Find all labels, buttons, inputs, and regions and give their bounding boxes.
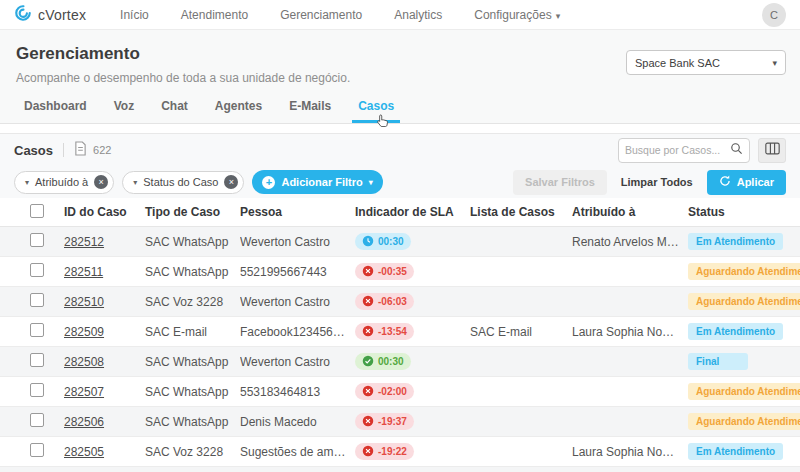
col-header-list: Lista de Casos — [470, 205, 572, 219]
filter-bar: ▾ Atribuído à × ▾ Status do Caso × + Adi… — [0, 166, 800, 198]
table-row[interactable]: 282508 SAC WhatsApp Weverton Castro — [0, 347, 800, 377]
cases-toolbar: Casos 622 — [0, 133, 800, 198]
remove-filter-icon[interactable]: × — [94, 175, 108, 189]
error-icon — [362, 445, 374, 459]
table-row[interactable]: 282506 SAC WhatsApp Denis Macedo — [0, 407, 800, 437]
row-checkbox[interactable] — [30, 263, 44, 277]
clock-icon — [362, 235, 374, 249]
user-avatar[interactable]: C — [762, 3, 786, 27]
case-type: SAC WhatsApp — [145, 355, 240, 369]
case-id-link[interactable]: 282508 — [64, 355, 104, 369]
table-row[interactable]: 282509 SAC E-mail Facebook1234567... — [0, 317, 800, 347]
menu-item[interactable]: Analytics — [394, 8, 446, 22]
sla-value: 00:30 — [378, 356, 404, 367]
status-badge: Aguardando Atendimento - Space — [688, 293, 800, 310]
filter-chip[interactable]: ▾ Status do Caso × — [122, 171, 244, 194]
add-filter-button[interactable]: + Adicionar Filtro ▾ — [252, 170, 382, 194]
case-person: Sugestões de amiz... — [240, 445, 355, 459]
brand-logo[interactable]: cVortex — [14, 4, 86, 26]
case-id-link[interactable]: 282511 — [64, 265, 103, 279]
table-row[interactable] — [0, 467, 800, 472]
tab[interactable]: Dashboard — [18, 93, 93, 123]
sla-badge: -19:22 — [355, 443, 414, 460]
search-icon[interactable] — [730, 141, 743, 159]
table-row[interactable]: 282505 SAC Voz 3228 Sugestões de amiz... — [0, 437, 800, 467]
case-assigned: Renato Arvelos Mir... — [572, 235, 688, 249]
menu-item[interactable]: Início — [120, 8, 153, 22]
tab[interactable]: Agentes — [209, 93, 268, 123]
case-id-link[interactable]: 282506 — [64, 415, 104, 429]
sla-badge: -13:54 — [355, 323, 414, 340]
col-header-id: ID do Caso — [64, 205, 145, 219]
save-filters-button[interactable]: Salvar Filtros — [513, 170, 607, 195]
clear-all-button[interactable]: Limpar Todos — [621, 176, 693, 188]
menu-item[interactable]: Atendimento — [181, 8, 252, 22]
sla-value: -13:54 — [378, 326, 407, 337]
case-person: Weverton Castro — [240, 295, 355, 309]
error-icon — [362, 265, 374, 279]
search-input[interactable] — [625, 144, 730, 156]
tab[interactable]: E-Mails — [283, 93, 337, 123]
sla-badge: -00:35 — [355, 263, 414, 280]
table-row[interactable]: 282507 SAC WhatsApp 553183464813 — [0, 377, 800, 407]
case-type: SAC WhatsApp — [145, 385, 240, 399]
plus-icon: + — [262, 176, 275, 189]
case-person: 553183464813 — [240, 385, 355, 399]
case-person: Weverton Castro — [240, 235, 355, 249]
table-row[interactable]: 282510 SAC Voz 3228 Weverton Castro — [0, 287, 800, 317]
chevron-down-icon: ▾ — [133, 178, 137, 187]
select-all-checkbox[interactable] — [30, 204, 44, 218]
menu-item[interactable]: Gerenciamento — [280, 8, 366, 22]
cvortex-logo-icon — [14, 4, 32, 26]
case-person: 5521995667443 — [240, 265, 355, 279]
business-unit-select[interactable]: Space Bank SAC ▾ — [626, 50, 786, 75]
status-badge: Aguardando Atendimento - Space — [688, 263, 800, 280]
case-id-link[interactable]: 282505 — [64, 445, 104, 459]
sla-badge: -02:00 — [355, 383, 414, 400]
sla-value: -19:22 — [378, 446, 407, 457]
case-id-link[interactable]: 282507 — [64, 385, 104, 399]
columns-icon — [765, 141, 780, 159]
row-checkbox[interactable] — [30, 413, 44, 427]
page-header: Gerenciamento Acompanhe o desempenho de … — [0, 30, 800, 124]
sla-value: 00:30 — [378, 236, 404, 247]
case-type: SAC Voz 3228 — [145, 295, 240, 309]
filter-chip[interactable]: ▾ Atribuído à × — [14, 171, 114, 194]
chevron-down-icon: ▾ — [772, 58, 777, 68]
case-id-link[interactable]: 282509 — [64, 325, 104, 339]
cases-title: Casos — [14, 143, 53, 158]
sla-value: -06:03 — [378, 296, 407, 307]
col-header-person: Pessoa — [240, 205, 355, 219]
tab[interactable]: Chat — [155, 93, 194, 123]
table-row[interactable]: 282512 SAC WhatsApp Weverton Castro — [0, 227, 800, 257]
remove-filter-icon[interactable]: × — [224, 175, 238, 189]
case-list: SAC E-mail — [470, 325, 572, 339]
chevron-down-icon: ▾ — [25, 178, 29, 187]
tab[interactable]: Casos — [352, 93, 400, 123]
apply-button[interactable]: Aplicar — [707, 170, 786, 195]
case-id-link[interactable]: 282510 — [64, 295, 104, 309]
table-row[interactable]: 282511 SAC WhatsApp 5521995667443 — [0, 257, 800, 287]
tab[interactable]: Voz — [108, 93, 140, 123]
mouse-cursor-icon — [376, 114, 388, 130]
top-nav: cVortex Início Atendimento Gerenciamento… — [0, 0, 800, 30]
error-icon — [362, 295, 374, 309]
row-checkbox[interactable] — [30, 383, 44, 397]
business-unit-value: Space Bank SAC — [635, 57, 720, 69]
case-id-link[interactable]: 282512 — [64, 235, 104, 249]
row-checkbox[interactable] — [30, 293, 44, 307]
refresh-icon — [719, 175, 731, 189]
row-checkbox[interactable] — [30, 233, 44, 247]
row-checkbox[interactable] — [30, 443, 44, 457]
case-person: Denis Macedo — [240, 415, 355, 429]
row-checkbox[interactable] — [30, 353, 44, 367]
menu-item[interactable]: Configurações — [474, 8, 560, 22]
status-badge: Em Atendimento — [688, 443, 783, 460]
case-type: SAC Voz 3228 — [145, 445, 240, 459]
cases-panel: Casos 622 — [0, 133, 800, 472]
case-type: SAC E-mail — [145, 325, 240, 339]
row-checkbox[interactable] — [30, 323, 44, 337]
col-header-assigned: Atribuído à — [572, 205, 688, 219]
columns-settings-button[interactable] — [758, 138, 786, 163]
sla-badge: 00:30 — [355, 233, 411, 250]
